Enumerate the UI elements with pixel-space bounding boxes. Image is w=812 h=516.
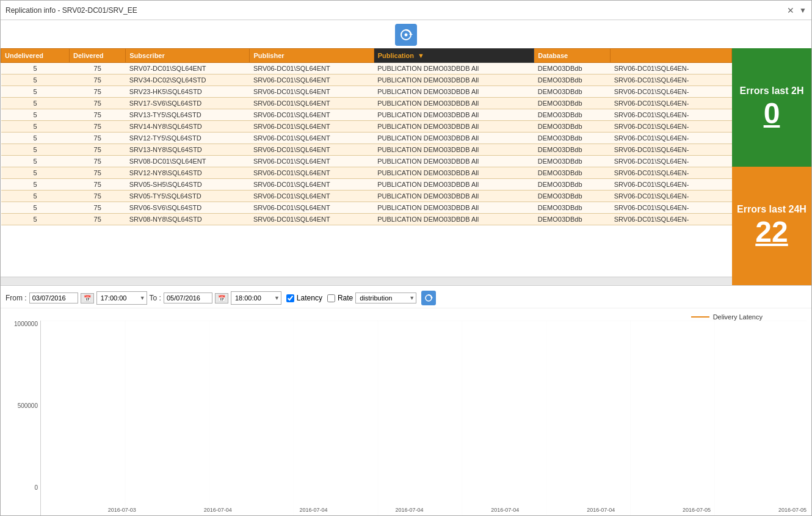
table-wrapper[interactable]: Undelivered Delivered Subscriber Publish… [1, 48, 732, 277]
table-cell: SRV06-DC01\SQL64ENT [250, 98, 374, 109]
table-cell: 5 [1, 214, 70, 225]
table-cell: SRV06-DC01\SQL64ENT [250, 133, 374, 144]
table-row[interactable]: 575SRV13-NY8\SQL64STDSRV06-DC01\SQL64ENT… [1, 144, 732, 156]
errors-2h-count: 0 [764, 96, 780, 130]
table-row[interactable]: 575SRV08-NY8\SQL64STDSRV06-DC01\SQL64ENT… [1, 214, 732, 225]
table-row[interactable]: 575SRV34-DC02\SQL64STDSRV06-DC01\SQL64EN… [1, 74, 732, 86]
window-dropdown[interactable]: ▼ [799, 6, 807, 15]
svg-marker-4 [430, 297, 433, 299]
from-calendar-button[interactable]: 📅 [81, 293, 94, 303]
col-database: Database [534, 49, 611, 63]
table-cell: SRV06-DC01\SQL64EN- [611, 167, 732, 179]
x-label-6: 2016-07-04 [587, 507, 615, 513]
right-panel: Errors last 2H 0 Errors last 24H 22 [732, 48, 811, 285]
latency-checkbox[interactable] [286, 294, 294, 302]
table-cell: 5 [1, 86, 70, 98]
table-row[interactable]: 575SRV05-SH5\SQL64STDSRV06-DC01\SQL64ENT… [1, 179, 732, 191]
col-publication[interactable]: Publication ▼ [374, 49, 534, 63]
publication-dropdown[interactable]: distribution ▼ [355, 293, 416, 303]
to-time-dropdown[interactable]: ▼ [231, 291, 281, 305]
to-date-input[interactable] [164, 293, 212, 303]
latency-checkbox-group: Latency [286, 294, 322, 302]
x-label-2: 2016-07-04 [204, 507, 232, 513]
table-cell: DEMO03DBdb [534, 86, 611, 98]
table-cell: PUBLICATION DEMO03DBDB All [374, 191, 534, 202]
table-row[interactable]: 575SRV14-NY8\SQL64STDSRV06-DC01\SQL64ENT… [1, 121, 732, 133]
svg-marker-1 [409, 33, 413, 35]
table-row[interactable]: 575SRV07-DC01\SQL64ENTSRV06-DC01\SQL64EN… [1, 63, 732, 74]
table-section: Undelivered Delivered Subscriber Publish… [1, 48, 732, 285]
table-cell: SRV13-TY5\SQL64STD [126, 109, 250, 121]
errors-2h-panel: Errors last 2H 0 [732, 48, 811, 167]
table-row[interactable]: 575SRV06-SV6\SQL64STDSRV06-DC01\SQL64ENT… [1, 202, 732, 214]
table-row[interactable]: 575SRV23-HK5\SQL64STDSRV06-DC01\SQL64ENT… [1, 86, 732, 98]
table-cell: SRV06-DC01\SQL64ENT [250, 191, 374, 202]
table-cell: 5 [1, 74, 70, 86]
x-axis: 2016-07-03 2016-07-04 2016-07-04 2016-07… [40, 507, 807, 513]
x-label-7: 2016-07-05 [683, 507, 711, 513]
legend-label: Delivery Latency [713, 313, 763, 321]
horizontal-scrollbar[interactable] [1, 277, 732, 285]
from-date-input[interactable] [29, 293, 78, 303]
table-cell: SRV06-DC01\SQL64EN- [611, 191, 732, 202]
table-cell: SRV06-DC01\SQL64EN- [611, 109, 732, 121]
title-bar: Replication info - SRV02-DC01/SRV_EE ✕ ▼ [1, 1, 811, 20]
table-cell: SRV06-DC01\SQL64ENT [250, 167, 374, 179]
table-cell: 5 [1, 167, 70, 179]
to-calendar-button[interactable]: 📅 [215, 293, 228, 303]
table-row[interactable]: 575SRV12-NY8\SQL64STDSRV06-DC01\SQL64ENT… [1, 167, 732, 179]
table-cell: DEMO03DBdb [534, 133, 611, 144]
table-cell: SRV08-DC01\SQL64ENT [126, 156, 250, 167]
to-time-arrow[interactable]: ▼ [274, 295, 280, 301]
chart-refresh-button[interactable] [421, 291, 436, 305]
to-time-input[interactable] [233, 293, 274, 303]
table-row[interactable]: 575SRV17-SV6\SQL64STDSRV06-DC01\SQL64ENT… [1, 98, 732, 109]
col-delivered: Delivered [70, 49, 126, 63]
table-cell: PUBLICATION DEMO03DBDB All [374, 202, 534, 214]
table-cell: SRV06-DC01\SQL64EN- [611, 179, 732, 191]
table-cell: SRV06-DC01\SQL64ENT [250, 156, 374, 167]
from-time-arrow[interactable]: ▼ [140, 295, 145, 301]
publication-arrow[interactable]: ▼ [409, 295, 415, 301]
refresh-icon[interactable] [395, 24, 417, 46]
table-cell: PUBLICATION DEMO03DBDB All [374, 98, 534, 109]
table-cell: 75 [70, 74, 126, 86]
latency-label: Latency [297, 294, 322, 302]
table-cell: 75 [70, 214, 126, 225]
table-cell: 5 [1, 202, 70, 214]
table-cell: PUBLICATION DEMO03DBDB All [374, 109, 534, 121]
table-cell: 75 [70, 179, 126, 191]
table-cell: SRV17-SV6\SQL64STD [126, 98, 250, 109]
y-label-top: 1000000 [14, 321, 38, 327]
col-undelivered: Undelivered [1, 49, 70, 63]
table-cell: PUBLICATION DEMO03DBDB All [374, 63, 534, 74]
table-cell: 5 [1, 98, 70, 109]
table-cell: SRV06-DC01\SQL64ENT [250, 202, 374, 214]
table-cell: SRV06-DC01\SQL64ENT [250, 214, 374, 225]
table-cell: 75 [70, 144, 126, 156]
table-row[interactable]: 575SRV08-DC01\SQL64ENTSRV06-DC01\SQL64EN… [1, 156, 732, 167]
table-cell: 75 [70, 109, 126, 121]
table-cell: SRV07-DC01\SQL64ENT [126, 63, 250, 74]
table-cell: SRV06-DC01\SQL64ENT [250, 86, 374, 98]
table-row[interactable]: 575SRV12-TY5\SQL64STDSRV06-DC01\SQL64ENT… [1, 133, 732, 144]
close-button[interactable]: ✕ [787, 5, 794, 15]
table-cell: DEMO03DBdb [534, 109, 611, 121]
rate-checkbox[interactable] [327, 294, 335, 302]
table-row[interactable]: 575SRV13-TY5\SQL64STDSRV06-DC01\SQL64ENT… [1, 109, 732, 121]
table-cell: SRV06-DC01\SQL64ENT [250, 179, 374, 191]
col-publisher: Publisher [250, 49, 374, 63]
from-time-input[interactable] [98, 293, 140, 303]
table-cell: DEMO03DBdb [534, 63, 611, 74]
table-row[interactable]: 575SRV05-TY5\SQL64STDSRV06-DC01\SQL64ENT… [1, 191, 732, 202]
table-cell: DEMO03DBdb [534, 121, 611, 133]
table-cell: PUBLICATION DEMO03DBDB All [374, 74, 534, 86]
main-area: Undelivered Delivered Subscriber Publish… [1, 48, 811, 285]
table-cell: 75 [70, 86, 126, 98]
content-area: Undelivered Delivered Subscriber Publish… [1, 20, 811, 515]
table-cell: 75 [70, 191, 126, 202]
table-cell: SRV12-NY8\SQL64STD [126, 167, 250, 179]
from-time-dropdown[interactable]: ▼ [96, 291, 147, 305]
table-cell: 5 [1, 109, 70, 121]
table-cell: SRV06-DC01\SQL64EN- [611, 144, 732, 156]
